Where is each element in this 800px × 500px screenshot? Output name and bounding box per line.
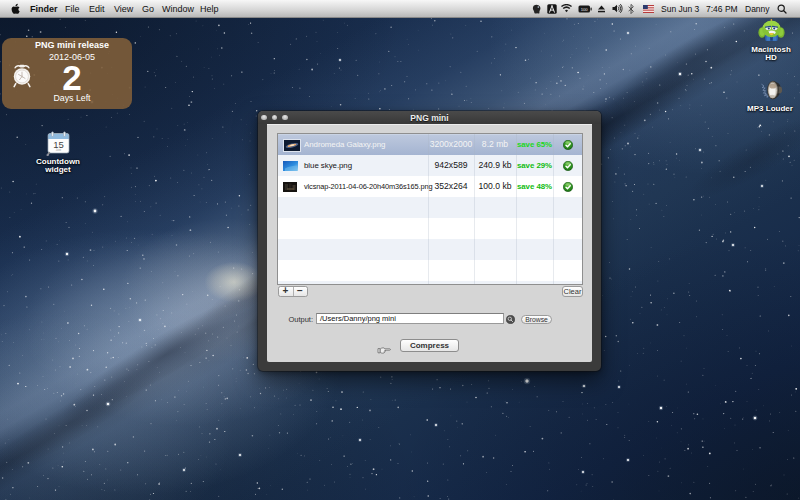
svg-text:June: June <box>56 148 62 152</box>
svg-text:15: 15 <box>53 139 64 150</box>
svg-text:100: 100 <box>581 7 589 12</box>
